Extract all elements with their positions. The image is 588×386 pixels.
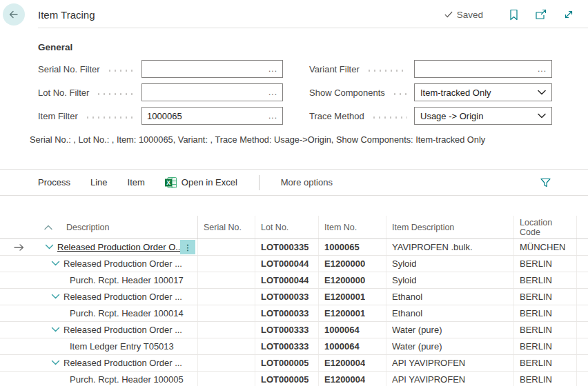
cell-item-description[interactable]: Syloid xyxy=(386,272,514,288)
cell-location-code[interactable]: BERLIN xyxy=(514,272,577,288)
cell-location-code[interactable]: BERLIN xyxy=(514,338,577,354)
tree-collapse-chevron-icon[interactable] xyxy=(50,258,61,270)
table-row[interactable]: Released Production Order ... LOT000044 … xyxy=(0,256,588,272)
cell-location-code[interactable]: BERLIN xyxy=(514,355,577,371)
cell-item-no[interactable]: E1200004 xyxy=(319,372,386,386)
cell-location-code[interactable]: MÜNCHEN xyxy=(514,239,577,255)
tree-collapse-chevron-icon[interactable] xyxy=(43,242,55,253)
header-description[interactable]: Description xyxy=(38,216,198,238)
serial-no-filter-input[interactable] xyxy=(147,64,268,74)
cell-lot-no[interactable]: LOT000333 xyxy=(255,322,319,338)
cell-item-description[interactable]: API YAVIPROFEN xyxy=(386,372,514,386)
cell-serial-no[interactable] xyxy=(198,256,255,272)
cell-lot-no[interactable]: LOT000005 xyxy=(255,372,319,386)
cell-lot-no[interactable]: LOT000033 xyxy=(255,305,319,321)
tree-collapse-chevron-icon[interactable] xyxy=(50,292,61,303)
table-row[interactable]: Released Production Order O... ⋮ LOT0003… xyxy=(0,239,588,256)
bookmark-button[interactable] xyxy=(507,8,520,21)
cell-item-description[interactable]: Syloid xyxy=(386,256,514,272)
cell-item-no[interactable]: E1200000 xyxy=(319,272,386,288)
cell-lot-no[interactable]: LOT000033 xyxy=(255,289,319,305)
cell-item-no[interactable]: E1200001 xyxy=(319,305,386,321)
header-location-code[interactable]: Location Code xyxy=(514,216,577,238)
menu-item[interactable]: Item xyxy=(128,177,145,187)
table-row[interactable]: Released Production Order ... LOT000333 … xyxy=(0,322,588,338)
cell-description[interactable]: Released Production Order ... xyxy=(38,355,198,371)
table-row[interactable]: Purch. Rcpt. Header 100014 LOT000033 E12… xyxy=(0,305,588,322)
cell-serial-no[interactable] xyxy=(198,305,255,321)
table-row[interactable]: Released Production Order ... LOT000033 … xyxy=(0,289,588,305)
cell-item-description[interactable]: Ethanol xyxy=(386,289,514,305)
header-serial-no[interactable]: Serial No. xyxy=(198,216,255,238)
cell-description[interactable]: Purch. Rcpt. Header 100014 xyxy=(38,305,198,321)
cell-location-code[interactable]: BERLIN xyxy=(514,256,577,272)
description-text[interactable]: Purch. Rcpt. Header 100005 xyxy=(70,374,184,385)
cell-item-description[interactable]: Water (pure) xyxy=(386,322,514,338)
cell-serial-no[interactable] xyxy=(198,272,255,288)
table-row[interactable]: Purch. Rcpt. Header 100017 LOT000044 E12… xyxy=(0,272,588,289)
open-in-excel-button[interactable]: X Open in Excel xyxy=(165,177,237,188)
description-text[interactable]: Released Production Order ... xyxy=(63,325,182,335)
tree-collapse-chevron-icon[interactable] xyxy=(50,358,61,369)
table-row[interactable]: Purch. Rcpt. Header 100005 LOT000005 E12… xyxy=(0,372,588,386)
description-text[interactable]: Purch. Rcpt. Header 100014 xyxy=(70,308,184,318)
cell-lot-no[interactable]: LOT000005 xyxy=(255,355,319,371)
header-lot-no[interactable]: Lot No. xyxy=(255,216,319,238)
trace-method-select[interactable]: Usage -> Origin xyxy=(414,107,552,125)
cell-lot-no[interactable]: LOT000044 xyxy=(255,272,319,288)
row-context-menu-button[interactable]: ⋮ xyxy=(180,240,195,254)
cell-location-code[interactable]: BERLIN xyxy=(514,322,577,338)
cell-description[interactable]: Released Production Order ... xyxy=(38,289,198,305)
cell-serial-no[interactable] xyxy=(198,289,255,305)
cell-item-description[interactable]: YAVIPROFEN .bulk. xyxy=(386,239,514,255)
cell-item-no[interactable]: 1000065 xyxy=(319,239,386,255)
description-text[interactable]: Item Ledger Entry T05013 xyxy=(70,341,174,352)
cell-description[interactable]: Released Production Order ... xyxy=(38,256,198,272)
back-button[interactable] xyxy=(3,3,25,26)
cell-location-code[interactable]: BERLIN xyxy=(514,372,577,386)
description-text[interactable]: Released Production Order ... xyxy=(63,258,182,269)
item-filter-input[interactable] xyxy=(147,111,268,121)
cell-item-no[interactable]: E1200004 xyxy=(319,355,386,371)
cell-serial-no[interactable] xyxy=(198,338,255,354)
cell-item-no[interactable]: E1200001 xyxy=(319,289,386,305)
table-row[interactable]: Released Production Order ... LOT000005 … xyxy=(0,355,588,372)
variant-filter-input[interactable] xyxy=(420,64,538,74)
description-text[interactable]: Released Production Order ... xyxy=(63,358,182,368)
serial-no-assist-edit-button[interactable]: ... xyxy=(268,65,277,72)
cell-description[interactable]: Item Ledger Entry T05013 xyxy=(38,338,198,354)
cell-item-description[interactable]: Ethanol xyxy=(386,305,514,321)
tree-collapse-chevron-icon[interactable] xyxy=(50,325,61,336)
open-in-new-window-button[interactable] xyxy=(534,8,548,21)
cell-item-description[interactable]: API YAVIPROFEN xyxy=(386,355,514,371)
menu-process[interactable]: Process xyxy=(38,177,70,187)
menu-line[interactable]: Line xyxy=(90,177,108,187)
cell-item-no[interactable]: 1000064 xyxy=(319,338,386,354)
cell-item-description[interactable]: Water (pure) xyxy=(386,338,514,354)
table-row[interactable]: Item Ledger Entry T05013 LOT000333 10000… xyxy=(0,338,588,355)
cell-description[interactable]: Purch. Rcpt. Header 100017 xyxy=(38,272,198,288)
cell-description[interactable]: Released Production Order ... xyxy=(38,322,198,338)
cell-serial-no[interactable] xyxy=(198,239,255,255)
header-item-no[interactable]: Item No. xyxy=(319,216,386,238)
cell-description[interactable]: Released Production Order O... ⋮ xyxy=(38,239,198,255)
cell-serial-no[interactable] xyxy=(198,355,255,371)
description-text[interactable]: Purch. Rcpt. Header 100017 xyxy=(70,275,184,285)
description-text[interactable]: Released Production Order O... xyxy=(57,242,183,252)
header-item-description[interactable]: Item Description xyxy=(386,216,514,238)
lot-no-filter-input[interactable] xyxy=(147,88,268,98)
description-text[interactable]: Released Production Order ... xyxy=(63,292,182,302)
cell-lot-no[interactable]: LOT000044 xyxy=(255,256,319,272)
cell-description[interactable]: Purch. Rcpt. Header 100005 xyxy=(38,372,198,386)
lot-no-assist-edit-button[interactable]: ... xyxy=(268,89,277,96)
cell-serial-no[interactable] xyxy=(198,322,255,338)
variant-assist-edit-button[interactable]: ... xyxy=(538,65,547,72)
cell-item-no[interactable]: 1000064 xyxy=(319,322,386,338)
cell-serial-no[interactable] xyxy=(198,372,255,386)
cell-item-no[interactable]: E1200000 xyxy=(319,256,386,272)
cell-location-code[interactable]: BERLIN xyxy=(514,289,577,305)
cell-location-code[interactable]: BERLIN xyxy=(514,305,577,321)
show-components-select[interactable]: Item-tracked Only xyxy=(414,83,552,101)
more-options-button[interactable]: More options xyxy=(281,177,333,187)
expand-page-button[interactable] xyxy=(562,8,576,21)
